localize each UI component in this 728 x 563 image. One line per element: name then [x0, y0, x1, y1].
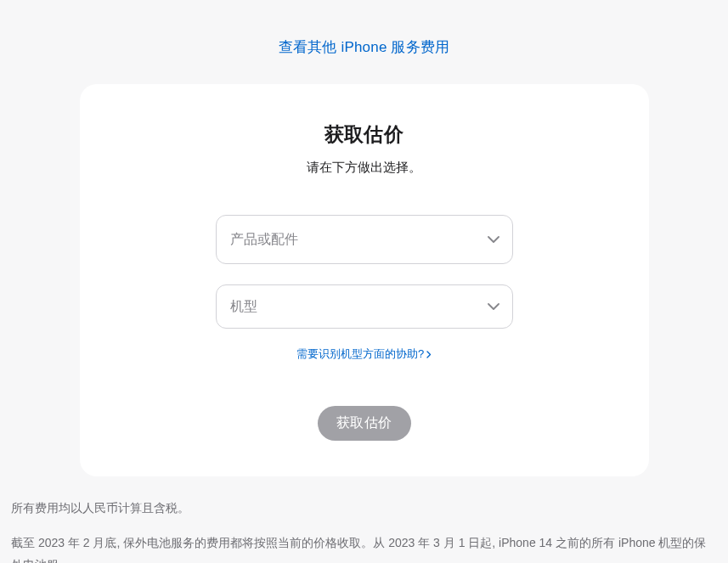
estimate-card: 获取估价 请在下方做出选择。 产品或配件 机型 需要识别机型方面的协助?	[80, 84, 649, 476]
model-select-placeholder: 机型	[230, 298, 257, 316]
footnote: 所有费用均以人民币计算且含税。 截至 2023 年 2 月底, 保外电池服务的费…	[9, 497, 719, 563]
card-subtitle: 请在下方做出选择。	[114, 160, 615, 176]
help-link-label: 需要识别机型方面的协助?	[296, 346, 424, 362]
card-title: 获取估价	[114, 121, 615, 148]
other-services-link[interactable]: 查看其他 iPhone 服务费用	[279, 39, 450, 55]
get-estimate-button[interactable]: 获取估价	[318, 406, 411, 441]
help-link-row: 需要识别机型方面的协助?	[114, 346, 615, 362]
product-select-wrap: 产品或配件	[216, 215, 513, 264]
product-select[interactable]: 产品或配件	[216, 215, 513, 264]
chevron-right-icon	[426, 351, 432, 358]
footnote-line2: 截至 2023 年 2 月底, 保外电池服务的费用都将按照当前的价格收取。从 2…	[11, 532, 717, 563]
model-select[interactable]: 机型	[216, 284, 513, 329]
product-select-placeholder: 产品或配件	[230, 231, 298, 249]
model-select-wrap: 机型	[216, 284, 513, 329]
identify-model-help-link[interactable]: 需要识别机型方面的协助?	[296, 346, 432, 362]
footnote-line1: 所有费用均以人民币计算且含税。	[11, 497, 717, 520]
footnote-line2a: 截至 2023 年 2 月底, 保外电池服务的费用都将按照当前的价格收取。从 2…	[11, 536, 706, 563]
top-link-row: 查看其他 iPhone 服务费用	[8, 0, 720, 84]
